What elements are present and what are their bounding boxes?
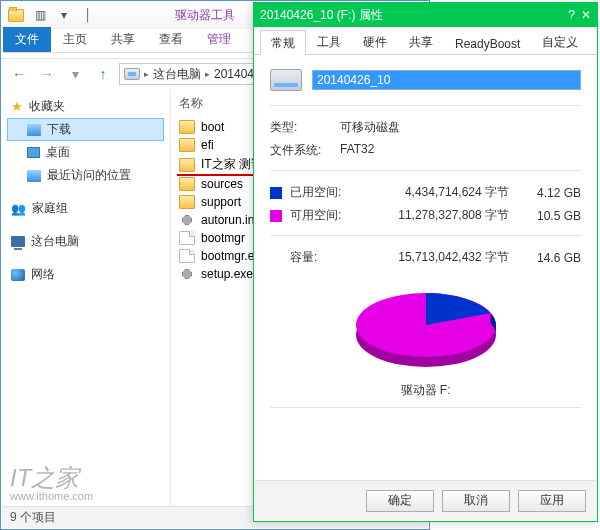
nav-network[interactable]: 网络 — [7, 263, 164, 286]
properties-title: 20140426_10 (F:) 属性 — [260, 7, 383, 24]
properties-titlebar[interactable]: 20140426_10 (F:) 属性 ? ✕ — [254, 3, 597, 27]
downloads-icon — [27, 124, 41, 136]
used-hr: 4.12 GB — [525, 186, 581, 200]
capacity-label: 容量: — [290, 249, 354, 266]
used-swatch-icon — [270, 187, 282, 199]
file-name: bootmgr.efi — [201, 249, 260, 263]
qat-sep: │ — [77, 5, 99, 25]
free-label: 可用空间: — [290, 207, 354, 224]
cancel-button[interactable]: 取消 — [442, 490, 510, 512]
properties-tabs: 常规 工具 硬件 共享 ReadyBoost 自定义 — [254, 29, 597, 55]
type-label: 类型: — [270, 119, 340, 136]
homegroup-icon: 👥 — [11, 202, 26, 216]
usage-pie-chart: 驱动器 F: — [270, 277, 581, 399]
nav-favorites[interactable]: ★收藏夹 — [7, 95, 164, 118]
nav-favorites-label: 收藏夹 — [29, 98, 65, 115]
folder-icon — [179, 158, 195, 172]
tab-customize[interactable]: 自定义 — [531, 29, 589, 54]
type-value: 可移动磁盘 — [340, 119, 400, 136]
nav-recent-icon[interactable]: ▾ — [63, 62, 87, 86]
drive-icon — [124, 68, 140, 80]
capacity-row: 容量: 15,713,042,432 字节 14.6 GB — [270, 246, 581, 269]
qat-dropdown-icon[interactable]: ▾ — [53, 5, 75, 25]
file-name: setup.exe — [201, 267, 253, 281]
tab-tools[interactable]: 工具 — [306, 29, 352, 54]
nav-thispc[interactable]: 这台电脑 — [7, 230, 164, 253]
status-text: 9 个项目 — [10, 509, 56, 526]
star-icon: ★ — [11, 99, 23, 114]
tab-sharing[interactable]: 共享 — [398, 29, 444, 54]
close-icon[interactable]: ✕ — [581, 8, 591, 22]
nav-forward-icon[interactable]: → — [35, 62, 59, 86]
tab-home[interactable]: 主页 — [51, 27, 99, 52]
window-controls: ? ✕ — [568, 8, 591, 22]
nav-recent[interactable]: 最近访问的位置 — [7, 164, 164, 187]
nav-downloads-label: 下载 — [47, 121, 71, 138]
file-name: bootmgr — [201, 231, 245, 245]
nav-back-icon[interactable]: ← — [7, 62, 31, 86]
navigation-pane: ★收藏夹 下载 桌面 最近访问的位置 👥家庭组 这台电脑 网络 — [1, 89, 171, 507]
used-label: 已用空间: — [290, 184, 354, 201]
volume-name-input[interactable] — [312, 70, 581, 90]
free-hr: 10.5 GB — [525, 209, 581, 223]
nav-homegroup[interactable]: 👥家庭组 — [7, 197, 164, 220]
fs-value: FAT32 — [340, 142, 374, 159]
chevron-right-icon[interactable]: ▸ — [144, 69, 149, 79]
tab-view[interactable]: 查看 — [147, 27, 195, 52]
used-space-row: 已用空间: 4,434,714,624 字节 4.12 GB — [270, 181, 581, 204]
properties-dialog: 20140426_10 (F:) 属性 ? ✕ 常规 工具 硬件 共享 Read… — [253, 2, 598, 522]
free-space-row: 可用空间: 11,278,327,808 字节 10.5 GB — [270, 204, 581, 227]
nav-recent-label: 最近访问的位置 — [47, 167, 131, 184]
doc-icon — [179, 249, 195, 263]
free-swatch-icon — [270, 210, 282, 222]
nav-up-icon[interactable]: ↑ — [91, 62, 115, 86]
folder-icon[interactable] — [5, 5, 27, 25]
capacity-hr: 14.6 GB — [525, 251, 581, 265]
network-icon — [11, 269, 25, 281]
nav-network-label: 网络 — [31, 266, 55, 283]
dialog-button-row: 确定 取消 应用 — [255, 480, 596, 520]
doc-icon — [179, 231, 195, 245]
drive-icon — [270, 69, 302, 91]
folder-icon — [179, 195, 195, 209]
file-name: support — [201, 195, 241, 209]
pc-icon — [11, 236, 25, 247]
folder-icon — [179, 177, 195, 191]
capacity-bytes: 15,713,042,432 字节 — [354, 249, 525, 266]
props-icon[interactable]: ▥ — [29, 5, 51, 25]
help-icon[interactable]: ? — [568, 8, 575, 22]
nav-homegroup-label: 家庭组 — [32, 200, 68, 217]
folder-icon — [179, 138, 195, 152]
recent-icon — [27, 170, 41, 182]
nav-downloads[interactable]: 下载 — [7, 118, 164, 141]
file-name: efi — [201, 138, 214, 152]
nav-desktop-label: 桌面 — [46, 144, 70, 161]
desktop-icon — [27, 147, 40, 158]
used-bytes: 4,434,714,624 字节 — [354, 184, 525, 201]
tab-share[interactable]: 共享 — [99, 27, 147, 52]
address-seg-thispc[interactable]: 这台电脑 — [153, 66, 201, 83]
apply-button[interactable]: 应用 — [518, 490, 586, 512]
file-name: sources — [201, 177, 243, 191]
file-name: boot — [201, 120, 224, 134]
tab-general[interactable]: 常规 — [260, 30, 306, 55]
nav-thispc-label: 这台电脑 — [31, 233, 79, 250]
nav-desktop[interactable]: 桌面 — [7, 141, 164, 164]
folder-icon — [179, 120, 195, 134]
tab-manage[interactable]: 管理 — [195, 27, 243, 52]
fs-label: 文件系统: — [270, 142, 340, 159]
chevron-right-icon[interactable]: ▸ — [205, 69, 210, 79]
properties-body: 类型:可移动磁盘 文件系统:FAT32 已用空间: 4,434,714,624 … — [254, 55, 597, 426]
tab-hardware[interactable]: 硬件 — [352, 29, 398, 54]
tab-readyboost[interactable]: ReadyBoost — [444, 32, 531, 54]
gear-icon — [179, 213, 195, 227]
drive-label: 驱动器 F: — [270, 382, 581, 399]
ok-button[interactable]: 确定 — [366, 490, 434, 512]
file-name: autorun.inf — [201, 213, 258, 227]
quick-access-toolbar: ▥ ▾ │ — [5, 5, 99, 25]
tab-file[interactable]: 文件 — [3, 27, 51, 52]
gear-icon — [179, 267, 195, 281]
free-bytes: 11,278,327,808 字节 — [354, 207, 525, 224]
